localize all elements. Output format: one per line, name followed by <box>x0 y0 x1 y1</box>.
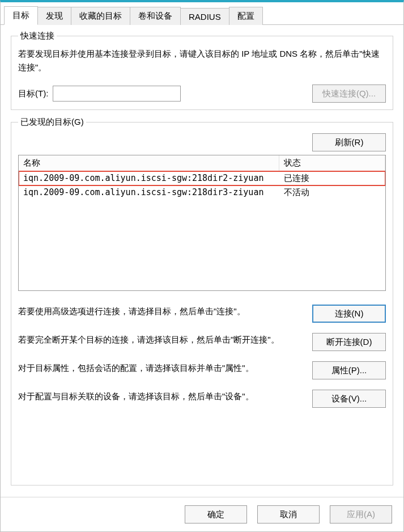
targets-list[interactable]: 名称 状态 iqn.2009-09.com.aliyun.iscsi-sgw:2… <box>18 155 386 291</box>
properties-button[interactable]: 属性(P)... <box>312 361 386 379</box>
table-row[interactable]: iqn.2009-09.com.aliyun.iscsi-sgw:218dir2… <box>19 171 385 185</box>
discovered-targets-group: 已发现的目标(G) 刷新(R) 名称 状态 iqn.2009-09.com.al… <box>11 117 393 485</box>
tab-targets[interactable]: 目标 <box>4 6 38 25</box>
devices-button[interactable]: 设备(V)... <box>312 390 386 408</box>
target-input[interactable] <box>53 86 181 102</box>
quick-connect-button[interactable]: 快速连接(Q)... <box>312 85 386 103</box>
target-state-cell: 已连接 <box>279 173 385 184</box>
disconnect-button[interactable]: 断开连接(D) <box>312 333 386 351</box>
quick-connect-legend: 快速连接 <box>18 31 57 41</box>
tab-configuration[interactable]: 配置 <box>229 7 263 25</box>
connect-text: 若要使用高级选项进行连接，请选择目标，然后单击"连接"。 <box>18 305 305 318</box>
quick-connect-desc: 若要发现目标并使用基本连接登录到目标，请键入该目标的 IP 地址或 DNS 名称… <box>18 47 386 74</box>
cancel-button[interactable]: 取消 <box>257 505 320 523</box>
target-state-cell: 不活动 <box>279 187 385 198</box>
connect-button[interactable]: 连接(N) <box>312 305 386 323</box>
tab-favorites[interactable]: 收藏的目标 <box>71 7 130 25</box>
target-name-cell: iqn.2009-09.com.aliyun.iscsi-sgw:218dir2… <box>19 173 279 184</box>
apply-button[interactable]: 应用(A) <box>330 505 392 523</box>
devices-text: 对于配置与目标关联的设备，请选择该目标，然后单击"设备"。 <box>18 390 305 403</box>
target-label: 目标(T): <box>18 88 48 99</box>
dialog-footer: 确定 取消 应用(A) <box>1 497 403 531</box>
tab-discovery[interactable]: 发现 <box>37 7 71 25</box>
tabs-bar: 目标 发现 收藏的目标 卷和设备 RADIUS 配置 <box>1 2 403 25</box>
tab-content: 快速连接 若要发现目标并使用基本连接登录到目标，请键入该目标的 IP 地址或 D… <box>1 25 403 497</box>
discovered-legend: 已发现的目标(G) <box>18 117 86 128</box>
targets-list-header: 名称 状态 <box>19 155 385 171</box>
col-header-name[interactable]: 名称 <box>19 155 279 171</box>
ok-button[interactable]: 确定 <box>185 505 247 523</box>
tab-radius[interactable]: RADIUS <box>180 8 229 25</box>
iscsi-initiator-dialog: 目标 发现 收藏的目标 卷和设备 RADIUS 配置 快速连接 若要发现目标并使… <box>0 0 404 532</box>
disconnect-text: 若要完全断开某个目标的连接，请选择该目标，然后单击"断开连接"。 <box>18 333 305 346</box>
col-header-state[interactable]: 状态 <box>279 155 385 171</box>
target-name-cell: iqn.2009-09.com.aliyun.iscsi-sgw:218dir3… <box>19 187 279 198</box>
tab-volumes[interactable]: 卷和设备 <box>130 7 181 25</box>
table-row[interactable]: iqn.2009-09.com.aliyun.iscsi-sgw:218dir3… <box>19 185 385 200</box>
refresh-button[interactable]: 刷新(R) <box>312 133 386 151</box>
properties-text: 对于目标属性，包括会话的配置，请选择该目标并单击"属性"。 <box>18 361 305 374</box>
quick-connect-group: 快速连接 若要发现目标并使用基本连接登录到目标，请键入该目标的 IP 地址或 D… <box>11 31 393 110</box>
